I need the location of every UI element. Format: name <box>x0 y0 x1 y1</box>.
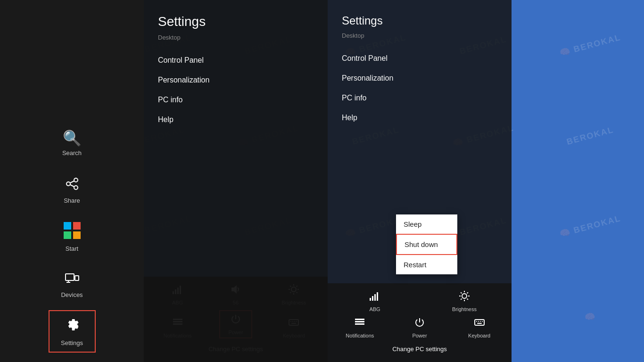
svg-line-48 <box>467 292 468 293</box>
right-keyboard-label: Keyboard <box>468 333 490 338</box>
right-power-label: Power <box>412 333 427 338</box>
svg-line-47 <box>461 299 462 300</box>
left-menu-personalization[interactable]: Personalization <box>144 70 328 90</box>
right-bottom-row2: Notifications Power <box>330 317 509 338</box>
watermark-24: 🧠 <box>527 259 644 362</box>
svg-rect-5 <box>64 222 71 230</box>
sidebar-item-share-label: Share <box>64 197 80 204</box>
power-icon-right <box>414 317 425 331</box>
right-menu-control-panel[interactable]: Control Panel <box>328 49 512 68</box>
right-settings-subtitle: Desktop <box>328 30 512 49</box>
svg-rect-9 <box>66 274 74 280</box>
right-network-item[interactable]: ABG <box>358 290 391 312</box>
left-settings-subtitle: Desktop <box>144 32 328 50</box>
svg-rect-39 <box>377 292 378 301</box>
sidebar-item-settings[interactable]: Settings <box>49 310 96 353</box>
left-settings-panel: Settings Desktop Control Panel Personali… <box>144 0 328 362</box>
sleep-button[interactable]: Sleep <box>396 214 457 234</box>
right-menu-help[interactable]: Help <box>328 108 512 128</box>
sidebar-item-settings-label: Settings <box>61 339 83 346</box>
svg-rect-49 <box>355 319 364 320</box>
power-popup-menu: Sleep Shut down Restart <box>396 214 457 274</box>
left-menu-help[interactable]: Help <box>144 110 328 130</box>
charms-sidebar: 🔍 Search Share <box>0 0 144 362</box>
svg-rect-7 <box>64 231 71 239</box>
right-keyboard-item[interactable]: Keyboard <box>463 317 496 338</box>
svg-line-44 <box>467 299 468 300</box>
left-settings-title: Settings <box>144 0 328 32</box>
right-menu-pc-info[interactable]: PC info <box>328 88 512 108</box>
brightness-icon-right <box>459 290 470 304</box>
right-settings-title: Settings <box>328 0 512 30</box>
sidebar-item-search-label: Search <box>62 149 82 156</box>
svg-line-3 <box>70 181 74 183</box>
left-menu-pc-info[interactable]: PC info <box>144 90 328 110</box>
svg-rect-6 <box>73 222 81 230</box>
watermark-6: 🧠 BEROKAL <box>527 0 644 103</box>
watermark-18: 🧠 BEROKAL <box>527 169 644 284</box>
svg-line-4 <box>70 185 74 187</box>
right-brightness-label: Brightness <box>452 306 477 312</box>
right-bottom-icons-area: ABG Brightness <box>328 283 512 362</box>
svg-point-2 <box>74 186 78 189</box>
devices-icon <box>65 270 80 289</box>
svg-rect-51 <box>355 323 364 325</box>
share-icon <box>65 176 80 195</box>
svg-rect-37 <box>372 296 373 301</box>
svg-line-43 <box>461 292 462 293</box>
left-menu-control-panel[interactable]: Control Panel <box>144 50 328 70</box>
svg-point-1 <box>66 182 70 186</box>
settings-icon <box>64 316 81 337</box>
svg-rect-38 <box>374 294 376 301</box>
sidebar-items-container: 🔍 Search Share <box>0 122 144 353</box>
sidebar-item-search[interactable]: 🔍 Search <box>49 122 96 164</box>
sidebar-item-devices[interactable]: Devices <box>49 263 96 305</box>
search-icon: 🔍 <box>63 129 82 147</box>
network-icon-right <box>369 290 380 304</box>
svg-point-0 <box>74 178 78 182</box>
right-bottom-row1: ABG Brightness <box>330 290 509 312</box>
sidebar-item-start-label: Start <box>66 245 78 252</box>
right-notifications-item[interactable]: Notifications <box>343 317 376 338</box>
restart-button[interactable]: Restart <box>396 255 457 274</box>
right-notifications-label: Notifications <box>346 333 374 338</box>
right-change-pc-settings[interactable]: Change PC settings <box>330 343 509 355</box>
right-brightness-item[interactable]: Brightness <box>448 290 481 312</box>
sidebar-item-start[interactable]: Start <box>49 216 96 258</box>
watermark-12: BEROKAL <box>527 78 644 193</box>
sidebar-item-share[interactable]: Share <box>49 169 96 211</box>
shutdown-button[interactable]: Shut down <box>396 234 457 255</box>
sidebar-item-devices-label: Devices <box>61 291 83 298</box>
svg-rect-50 <box>355 321 364 322</box>
keyboard-icon-right <box>474 317 485 331</box>
right-network-label: ABG <box>369 306 380 312</box>
svg-rect-36 <box>370 298 371 301</box>
notifications-icon-right <box>354 317 365 331</box>
svg-rect-8 <box>73 231 81 239</box>
svg-rect-10 <box>75 276 79 280</box>
start-icon <box>64 222 81 243</box>
svg-rect-52 <box>475 320 484 325</box>
right-menu-personalization[interactable]: Personalization <box>328 68 512 88</box>
svg-point-40 <box>462 294 467 298</box>
right-power-item[interactable]: Power <box>403 317 436 338</box>
